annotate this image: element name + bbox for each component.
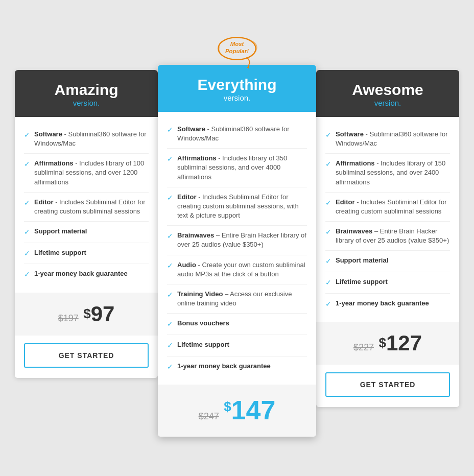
awesome-title: Awesome [324,81,452,99]
feature-label: 1-year money back guarantee [177,362,271,370]
svg-text:Popular!: Popular! [225,48,249,54]
check-icon: ✓ [24,270,30,280]
check-icon: ✓ [167,341,173,351]
feature-label: Support material [336,256,388,264]
awesome-old-price: $227 [353,342,374,352]
everything-subtitle: version. [224,93,251,102]
check-icon: ✓ [167,290,173,300]
check-icon: ✓ [167,319,173,329]
awesome-card-header: Awesome version. [316,70,459,117]
list-item: ✓ Brainwaves – Entire Brain Hacker libra… [325,222,450,251]
feature-label: Lifetime support [177,341,229,348]
check-icon: ✓ [325,256,331,267]
check-icon: ✓ [325,159,331,170]
feature-label: Bonus vouchers [177,319,229,327]
awesome-card: Awesome version. ✓ Software - Subliminal… [316,70,459,407]
check-icon: ✓ [325,198,331,208]
amazing-subtitle: version. [73,99,100,107]
feature-label: Audio [177,261,196,269]
feature-label: Lifetime support [336,278,388,285]
list-item: ✓ Affirmations - Includes library of 150… [325,154,450,193]
check-icon: ✓ [167,125,173,135]
list-item: ✓ Lifetime support [24,243,149,265]
feature-label: Editor [177,193,197,201]
amazing-card: Amazing version. ✓ Software - Subliminal… [15,70,158,378]
list-item: ✓ Training Video – Access our exclusive … [167,284,307,314]
check-icon: ✓ [24,227,30,237]
list-item: ✓ Software - Subliminal360 software for … [167,120,307,149]
awesome-features: ✓ Software - Subliminal360 software for … [316,117,459,322]
awesome-dollar: $ [378,335,386,351]
check-icon: ✓ [24,249,30,259]
everything-card: Everything version. ✓ Software - Sublimi… [158,65,316,437]
awesome-get-started-button[interactable]: GET STARTED [325,372,450,397]
awesome-new-price: 127 [386,331,422,355]
list-item: ✓ Editor - Includes Subliminal Editor fo… [167,187,307,226]
feature-label: Support material [34,227,87,235]
check-icon: ✓ [167,154,173,164]
amazing-new-price: 97 [91,302,115,326]
feature-label: Affirmations [336,159,375,167]
feature-label: Software [336,130,364,138]
amazing-button-section: GET STARTED [15,336,158,378]
list-item: ✓ Support material [24,222,149,243]
feature-label: Editor [34,198,54,206]
everything-card-header: Everything version. [158,65,316,112]
list-item: ✓ Affirmations - Includes library of 100… [24,154,149,193]
list-item: ✓ Brainwaves – Entire Brain Hacker libra… [167,226,307,255]
amazing-pricing: $197 $97 [15,293,158,336]
everything-features: ✓ Software - Subliminal360 software for … [158,112,316,385]
feature-label: 1-year money back guarantee [336,299,429,307]
feature-label: Software [177,125,205,133]
feature-label: Software [34,130,62,138]
list-item: ✓ 1-year money back guarantee [167,356,307,377]
list-item: ✓ Editor - Includes Subliminal Editor fo… [24,193,149,222]
list-item: ✓ Software - Subliminal360 software for … [24,125,149,154]
awesome-pricing: $227 $127 [316,322,459,365]
check-icon: ✓ [325,130,331,140]
everything-pricing: $247 $147 [158,385,316,437]
everything-new-price: 147 [231,395,276,425]
amazing-features: ✓ Software - Subliminal360 software for … [15,117,158,293]
list-item: ✓ Support material [325,251,450,272]
list-item: ✓ Software - Subliminal360 software for … [325,125,450,154]
feature-label: Affirmations [177,154,217,162]
amazing-get-started-button[interactable]: GET STARTED [24,343,149,368]
everything-dollar: $ [224,399,231,415]
pricing-section: Most Popular! Amazing version. ✓ Softwar… [10,39,464,437]
awesome-subtitle: version. [374,99,401,107]
most-popular-badge: Most Popular! [214,34,260,70]
check-icon: ✓ [325,227,331,237]
list-item: ✓ Lifetime support [167,335,307,356]
feature-label: Brainwaves [336,227,372,235]
svg-text:Most: Most [230,41,245,47]
feature-label: Affirmations [34,159,74,167]
amazing-dollar: $ [83,306,90,322]
check-icon: ✓ [167,261,173,271]
list-item: ✓ Editor - Includes Subliminal Editor fo… [325,193,450,222]
check-icon: ✓ [24,159,30,170]
awesome-button-section: GET STARTED [316,365,459,407]
list-item: ✓ Affirmations - Includes library of 350… [167,149,307,187]
amazing-card-header: Amazing version. [15,70,158,117]
list-item: ✓ 1-year money back guarantee [325,294,450,315]
list-item: ✓ Lifetime support [325,272,450,294]
check-icon: ✓ [167,362,173,372]
check-icon: ✓ [325,299,331,310]
check-icon: ✓ [167,231,173,242]
check-icon: ✓ [325,278,331,288]
feature-label: 1-year money back guarantee [34,270,128,277]
feature-label: Editor [336,198,355,206]
amazing-title: Amazing [22,81,150,99]
check-icon: ✓ [24,198,30,208]
list-item: ✓ Bonus vouchers [167,314,307,335]
feature-label: Training Video [177,290,223,298]
amazing-old-price: $197 [58,313,79,323]
everything-title: Everything [165,76,309,93]
feature-label: Lifetime support [34,249,86,256]
list-item: ✓ 1-year money back guarantee [24,264,149,285]
feature-label: Brainwaves [177,231,214,239]
check-icon: ✓ [167,193,173,203]
check-icon: ✓ [24,130,30,140]
everything-old-price: $247 [199,411,219,421]
